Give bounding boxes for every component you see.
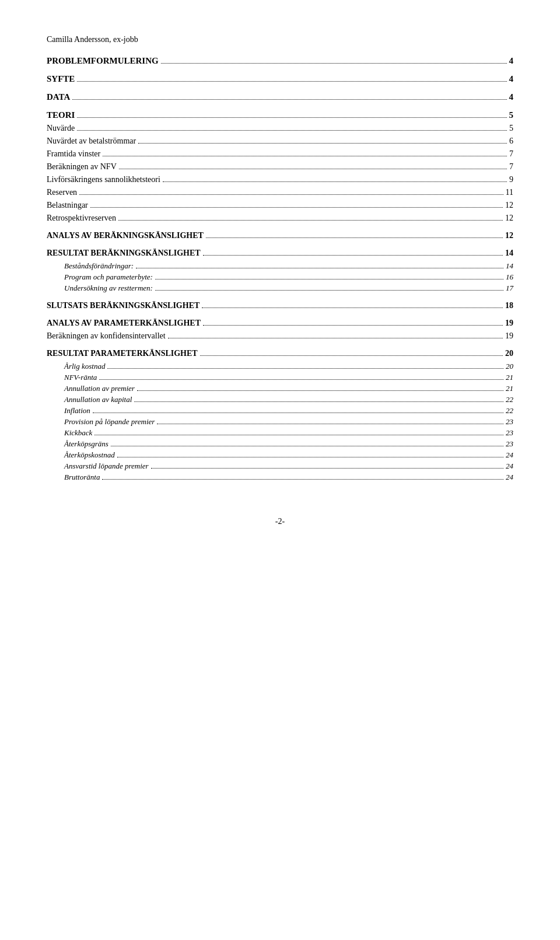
toc-label: Annullation av kapital	[64, 395, 132, 404]
toc-page: 21	[506, 384, 513, 393]
toc-dots	[118, 220, 503, 221]
toc-dots	[79, 194, 503, 195]
toc-dots	[151, 468, 503, 469]
toc-entry: RESULTAT BERÄKNINGSKÄNSLIGHET14	[47, 249, 513, 258]
toc-entry: Kickback23	[47, 428, 513, 438]
toc-entry: Reserven11	[47, 188, 513, 197]
toc-label: Provision på löpande premier	[64, 417, 155, 427]
toc-label: Retrospektivreserven	[47, 214, 116, 223]
toc-page: 7	[509, 149, 513, 159]
toc-label: Ansvarstid löpande premier	[64, 462, 149, 471]
toc-label: Undersökning av resttermen:	[64, 284, 153, 293]
toc-label: Annullation av premier	[64, 384, 135, 393]
toc-page: 14	[506, 261, 513, 271]
toc-label: Bruttoränta	[64, 473, 100, 482]
toc-label: Beståndsförändringar:	[64, 261, 134, 271]
toc-page: 16	[506, 272, 513, 282]
toc-entry: Retrospektivreserven12	[47, 214, 513, 223]
toc-entry: SYFTE4	[47, 74, 513, 84]
toc-dots	[94, 435, 503, 435]
toc-page: 6	[509, 137, 513, 146]
toc-label: Återköpsgräns	[64, 439, 108, 449]
toc-page: 4	[509, 56, 514, 66]
toc-dots	[168, 338, 503, 338]
toc-label: DATA	[47, 92, 70, 102]
toc-entry: Beståndsförändringar:14	[47, 261, 513, 271]
toc-label: Framtida vinster	[47, 149, 100, 159]
toc-label: Program och parameterbyte:	[64, 272, 153, 282]
toc-dots	[200, 355, 503, 356]
toc-page: 11	[506, 188, 513, 197]
toc-page: 14	[505, 249, 513, 258]
toc-label: RESULTAT BERÄKNINGSKÄNSLIGHET	[47, 249, 201, 258]
toc-page: 23	[506, 417, 513, 427]
toc-label: NFV-ränta	[64, 373, 97, 382]
toc-dots	[103, 156, 507, 156]
toc-dots	[93, 413, 503, 413]
toc-dots	[203, 255, 503, 256]
toc-entry: Årlig kostnad20	[47, 362, 513, 371]
toc-dots	[77, 81, 506, 82]
toc-label: PROBLEMFORMULERING	[47, 56, 159, 66]
page-header: Camilla Andersson, ex-jobb	[47, 35, 513, 44]
toc-entry: Beräkningen av konfidensintervallet19	[47, 331, 513, 341]
toc-page: 9	[509, 175, 513, 184]
toc-page: 24	[506, 450, 513, 460]
toc-page: 20	[506, 362, 513, 371]
toc-label: Inflation	[64, 406, 90, 415]
toc-page: 24	[506, 473, 513, 482]
toc-page: 23	[506, 439, 513, 449]
toc-label: ANALYS AV PARAMETERKÄNSLIGHET	[47, 319, 201, 328]
toc-page: 12	[505, 201, 513, 210]
toc-label: Beräkningen av konfidensintervallet	[47, 331, 166, 341]
toc-page: 12	[505, 231, 513, 240]
toc-dots	[155, 279, 503, 279]
toc-dots	[102, 479, 503, 480]
toc-entry: PROBLEMFORMULERING4	[47, 56, 513, 66]
toc-label: Beräkningen av NFV	[47, 162, 117, 172]
toc-dots	[155, 290, 503, 291]
toc-entry: Provision på löpande premier23	[47, 417, 513, 427]
toc-entry: Återköpskostnad24	[47, 450, 513, 460]
toc-entry: NFV-ränta21	[47, 373, 513, 382]
toc-dots	[163, 181, 507, 182]
toc-dots	[203, 325, 503, 326]
toc-page: 19	[505, 331, 513, 341]
toc-entry: Nuvärde5	[47, 124, 513, 133]
toc-label: Kickback	[64, 428, 92, 438]
toc-entry: Bruttoränta24	[47, 473, 513, 482]
toc-entry: Beräkningen av NFV7	[47, 162, 513, 172]
toc-page: 18	[505, 301, 513, 310]
toc-entry: ANALYS AV PARAMETERKÄNSLIGHET19	[47, 319, 513, 328]
toc-label: Livförsäkringens sannolikhetsteori	[47, 175, 160, 184]
toc-dots	[136, 268, 503, 268]
toc-dots	[138, 143, 507, 144]
page-number: -2-	[47, 517, 513, 526]
toc-label: RESULTAT PARAMETERKÄNSLIGHET	[47, 349, 198, 358]
toc-page: 5	[509, 124, 513, 133]
toc-entry: TEORI5	[47, 110, 513, 120]
toc-entry: Belastningar12	[47, 201, 513, 210]
toc-label: ANALYS AV BERÄKNINGSKÄNSLIGHET	[47, 231, 204, 240]
toc-page: 19	[505, 319, 513, 328]
toc-label: TEORI	[47, 110, 75, 120]
toc-dots	[117, 457, 503, 457]
toc-dots	[90, 207, 503, 208]
toc-page: 22	[506, 406, 513, 415]
toc-page: 23	[506, 428, 513, 438]
toc-entry: RESULTAT PARAMETERKÄNSLIGHET20	[47, 349, 513, 358]
toc-page: 7	[509, 162, 513, 172]
toc-page: 20	[505, 349, 513, 358]
toc-label: Årlig kostnad	[64, 362, 105, 371]
toc-page: 4	[509, 74, 514, 84]
toc-dots	[119, 169, 507, 169]
toc-label: Nuvärde	[47, 124, 75, 133]
toc-dots	[137, 390, 503, 391]
toc-page: 22	[506, 395, 513, 404]
toc-label: SYFTE	[47, 74, 75, 84]
toc-dots	[77, 130, 507, 131]
toc-entry: Ansvarstid löpande premier24	[47, 462, 513, 471]
toc-dots	[206, 237, 503, 238]
toc-dots	[161, 63, 507, 64]
toc-dots	[99, 379, 503, 380]
